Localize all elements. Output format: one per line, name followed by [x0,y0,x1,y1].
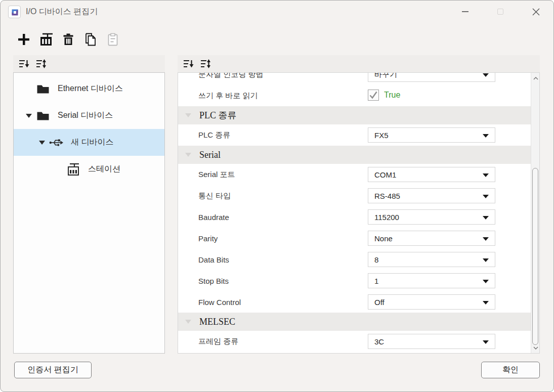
ok-button[interactable]: 확인 [481,362,540,378]
collapse-arrow-icon [185,153,191,157]
chevron-down-icon [533,346,538,350]
tree-item-label: Ethernet 디바이스 [58,83,123,94]
delete-button[interactable] [61,31,76,48]
close-button[interactable] [524,1,547,23]
property-label: 문자열 인코딩 방법 [198,73,263,85]
sort-toggle-button[interactable] [34,57,48,70]
add-device-button[interactable] [16,31,31,48]
section-header-plc-type[interactable]: PLC 종류 [178,106,531,124]
tree-item-label: Serial 디바이스 [58,110,113,121]
baudrate-dropdown[interactable]: 115200 [368,209,495,225]
comm-type-dropdown[interactable]: RS-485 [368,188,495,203]
tree-panel-header [13,55,165,72]
property-label: Baudrate [198,206,229,228]
tree-item-station[interactable]: 스테이션 [14,156,164,183]
property-row-baudrate: Baudrate 115200 [178,206,531,228]
io-device-editor-dialog: I/O 디바이스 편집기 [0,0,554,392]
tree-item-label: 스테이션 [88,164,120,175]
checkbox-value-label: True [384,91,400,100]
data-bits-dropdown[interactable]: 8 [368,252,495,267]
paste-button [105,31,120,48]
property-row-stop-bits: Stop Bits 1 [178,270,531,291]
parity-dropdown[interactable]: None [368,231,495,246]
sort-toggle-icon [199,58,211,70]
sort-descending-button[interactable] [17,57,30,70]
property-label: 쓰기 후 바로 읽기 [198,85,258,106]
expander-slot[interactable] [22,114,36,118]
chevron-down-icon [483,340,489,344]
section-header-melsec[interactable]: MELSEC [178,313,531,331]
check-icon [369,91,378,99]
property-label: PLC 종류 [198,124,230,146]
toolbar [1,23,120,55]
sort-descending-icon [18,58,30,70]
frame-type-dropdown[interactable]: 3C [368,334,495,349]
station-icon [38,32,54,47]
section-header-serial[interactable]: Serial [178,146,531,164]
collapse-arrow-icon [185,320,191,324]
stop-bits-dropdown[interactable]: 1 [368,273,495,288]
maximize-icon [497,9,503,15]
properties-panel: 문자열 인코딩 방법 바꾸기 쓰기 후 바로 읽기 [178,55,540,354]
tree-item-serial-devices[interactable]: Serial 디바이스 [14,102,164,129]
chevron-down-icon [483,195,489,198]
scroll-up-button[interactable] [531,74,540,82]
window-title: I/O 디바이스 편집기 [26,7,98,17]
property-row-plc-type: PLC 종류 FX5 [178,124,531,146]
property-row-comm-type: 통신 타입 RS-485 [178,185,531,206]
scroll-thumb[interactable] [532,168,538,345]
flow-control-dropdown[interactable]: Off [368,294,495,310]
expander-slot[interactable] [35,141,49,145]
property-label: Serial 포트 [198,164,235,185]
minimize-icon [462,11,468,12]
close-icon [532,8,540,16]
copy-icon [83,32,98,47]
chevron-down-icon [483,134,489,138]
tree-item-ethernet-devices[interactable]: Ethernet 디바이스 [14,75,164,102]
plus-icon [17,32,31,47]
scrollbar[interactable] [531,73,539,353]
chevron-down-icon [483,173,489,177]
read-after-write-checkbox[interactable] [368,90,379,101]
minimize-button[interactable] [453,1,477,23]
scroll-down-button[interactable] [531,343,540,352]
property-row-string-encoding: 문자열 인코딩 방법 바꾸기 [178,73,531,85]
usb-icon [49,136,63,150]
chevron-down-icon [39,141,45,145]
sort-toggle-button[interactable] [199,57,212,70]
certificate-editor-button[interactable]: 인증서 편집기 [14,362,92,378]
chevron-down-icon [483,301,489,304]
add-station-button[interactable] [38,31,54,48]
property-label: 통신 타입 [198,185,231,206]
plc-type-dropdown[interactable]: FX5 [368,127,495,143]
chevron-down-icon [483,258,489,262]
property-label: 프레임 종류 [198,331,238,352]
serial-port-dropdown[interactable]: COM1 [368,167,495,182]
property-row-flow-control: Flow Control Off [178,291,531,313]
property-label: Data Bits [198,249,229,270]
properties-content: 문자열 인코딩 방법 바꾸기 쓰기 후 바로 읽기 [178,72,540,354]
chevron-down-icon [483,216,489,220]
chevron-up-icon [533,77,538,80]
property-label: Stop Bits [198,270,229,291]
tree-item-new-device[interactable]: 새 디바이스 [14,129,164,156]
encoding-dropdown[interactable]: 바꾸기 [368,73,495,82]
sort-descending-button[interactable] [182,57,195,70]
sort-toggle-icon [35,58,47,70]
device-tree: Ethernet 디바이스 Serial 디바이스 [13,72,165,354]
property-label: Parity [198,228,218,249]
footer: 인증서 편집기 확인 [1,354,553,391]
property-row-frame-type: 프레임 종류 3C [178,331,531,352]
tree-item-label: 새 디바이스 [71,137,113,148]
property-row-serial-port: Serial 포트 COM1 [178,164,531,185]
device-tree-panel: Ethernet 디바이스 Serial 디바이스 [13,55,165,354]
titlebar: I/O 디바이스 편집기 [1,1,553,23]
chevron-down-icon [483,280,489,283]
property-label: Flow Control [198,291,241,313]
sort-descending-icon [182,58,194,70]
collapse-arrow-icon [185,113,191,117]
chevron-down-icon [26,114,32,118]
station-icon [66,162,80,177]
maximize-button [489,1,512,23]
copy-button[interactable] [83,31,98,48]
